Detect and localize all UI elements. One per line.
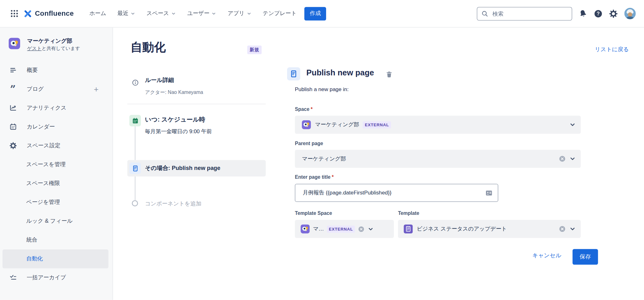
space-field-label: Space* (295, 106, 313, 112)
step-rule-details-actor: アクター: Nao Kameyama (145, 89, 203, 96)
add-blog-button[interactable]: + (93, 85, 99, 93)
search-icon (481, 10, 488, 17)
required-asterisk: * (311, 106, 313, 112)
nav-apps[interactable]: アプリ (228, 10, 252, 17)
save-button[interactable]: 保存 (573, 249, 598, 265)
step-trigger-title[interactable]: いつ: スケジュール時 (145, 116, 205, 123)
overview-lines-icon (9, 67, 17, 74)
cancel-button[interactable]: キャンセル (532, 252, 561, 259)
template-select[interactable]: ビジネス ステータスのアップデート (398, 220, 581, 238)
nav-home[interactable]: ホーム (89, 10, 106, 17)
step-trigger-schedule: 毎月第一金曜日の 9:00 午前 (145, 128, 212, 136)
sidebar-item-integrations[interactable]: 統合 (0, 231, 113, 249)
guests-link[interactable]: ゲスト (27, 46, 42, 51)
top-navigation: Confluence ホーム 最近 スペース ユーザー アプリ (0, 0, 644, 28)
sidebar-item-calendars[interactable]: カレンダー (0, 117, 113, 136)
space-select[interactable]: マーケティング部 EXTERNAL (295, 116, 581, 134)
sidebar-item-automation[interactable]: 自動化 (3, 249, 108, 268)
sidebar-item-overview[interactable]: 概要 (0, 61, 113, 79)
confluence-logo[interactable]: Confluence (23, 9, 74, 18)
nav-recent[interactable]: 最近 (117, 10, 135, 17)
screenshot: Confluence ホーム 最近 スペース ユーザー アプリ (0, 0, 644, 300)
parrot-space-icon (8, 38, 20, 49)
nav-right-group: ? (477, 7, 644, 20)
search-input[interactable] (491, 10, 568, 17)
trash-icon (386, 71, 392, 78)
publish-page-header-icon (287, 67, 300, 80)
primary-nav: ホーム 最近 スペース ユーザー アプリ テンプレート (89, 10, 297, 17)
add-component-button[interactable]: コンポーネントを追加 (145, 200, 201, 208)
required-asterisk: * (332, 174, 334, 180)
parent-page-select[interactable]: マーケティング部 (295, 150, 581, 168)
sidebar-item-look-and-feel[interactable]: ルック & フィール (0, 212, 113, 231)
sidebar-item-space-settings[interactable]: スペース設定 (0, 136, 113, 155)
clear-template-button[interactable] (559, 226, 566, 232)
template-space-select-value: マ… (313, 225, 324, 233)
notifications-button[interactable] (579, 9, 587, 18)
step-action-title[interactable]: その場合: Publish new page (145, 165, 220, 172)
nav-people[interactable]: ユーザー (187, 10, 217, 17)
app-switcher-button[interactable] (9, 8, 20, 19)
search-box[interactable] (477, 7, 572, 20)
sidebar-item-space-permissions[interactable]: スペース権限 (0, 174, 113, 193)
clear-parent-page-button[interactable] (559, 155, 566, 162)
analytics-chart-icon (9, 104, 17, 112)
space-header: マーケティング部 ゲストと共有しています (0, 28, 113, 52)
delete-action-button[interactable] (386, 71, 392, 78)
page-title-input-wrap (295, 184, 498, 202)
space-header-text: マーケティング部 ゲストと共有しています (27, 38, 80, 52)
publish-page-action-icon (129, 162, 141, 174)
sidebar-item-blog[interactable]: ” ブログ + (0, 79, 113, 98)
page-icon (290, 70, 298, 78)
sidebar-item-bulk-archive[interactable]: 一括アーカイブ (0, 268, 113, 287)
confluence-logo-icon (23, 9, 32, 18)
sidebar-item-analytics[interactable]: アナリティクス (0, 98, 113, 117)
create-button[interactable]: 作成 (304, 7, 326, 20)
bell-icon (579, 9, 587, 18)
confluence-app: Confluence ホーム 最近 スペース ユーザー アプリ (0, 0, 644, 300)
gear-icon (9, 142, 17, 150)
chevron-down-icon (569, 122, 576, 128)
parrot-space-icon (301, 224, 310, 233)
space-avatar[interactable] (8, 38, 20, 49)
sidebar-item-manage-pages[interactable]: ページを管理 (0, 193, 113, 212)
template-space-field-label: Template Space (295, 210, 332, 216)
checklist-icon (9, 274, 17, 281)
settings-button[interactable] (609, 9, 618, 18)
clear-x-circle-icon (559, 155, 566, 162)
page-title: 自動化 (130, 40, 166, 56)
step-connector-line (135, 177, 136, 200)
user-avatar[interactable] (624, 8, 636, 19)
page-title-input[interactable] (302, 189, 485, 196)
template-icon (404, 224, 413, 233)
parent-page-field-label: Parent page (295, 141, 323, 146)
add-component-circle-icon (132, 200, 138, 206)
template-field-label: Template (398, 210, 419, 216)
insert-variable-button[interactable] (485, 189, 493, 196)
clear-template-space-button[interactable] (358, 226, 365, 232)
sidebar-nav: 概要 ” ブログ + アナリティクス カレンダー スペース設定 スペースを管理 … (0, 61, 113, 287)
main-content: 自動化 新規 リストに戻る ルール詳細 アクター: Nao Kameyama い… (113, 28, 644, 300)
parrot-space-icon (302, 120, 311, 129)
chevron-down-icon (569, 155, 576, 162)
template-space-select[interactable]: マ… EXTERNAL (295, 220, 394, 238)
action-panel-title: Publish new page (306, 68, 374, 78)
template-select-value: ビジネス ステータスのアップデート (417, 225, 507, 233)
step-rule-details-title[interactable]: ルール詳細 (145, 77, 174, 84)
clear-x-circle-icon (358, 226, 364, 232)
info-icon (132, 79, 139, 86)
new-badge: 新規 (247, 46, 261, 54)
apps-grid-icon (10, 9, 19, 18)
product-name: Confluence (35, 9, 74, 18)
steps-divider (127, 104, 266, 104)
sidebar-item-manage-space[interactable]: スペースを管理 (0, 155, 113, 174)
back-to-list-link[interactable]: リストに戻る (595, 46, 629, 53)
nav-templates[interactable]: テンプレート (263, 10, 297, 17)
space-name: マーケティング部 (27, 38, 80, 44)
clear-x-circle-icon (559, 226, 566, 232)
nav-spaces[interactable]: スペース (147, 10, 176, 17)
chevron-down-icon (130, 11, 136, 16)
help-button[interactable]: ? (594, 9, 602, 18)
question-mark-icon: ? (594, 9, 602, 18)
quote-icon: ” (10, 86, 16, 92)
